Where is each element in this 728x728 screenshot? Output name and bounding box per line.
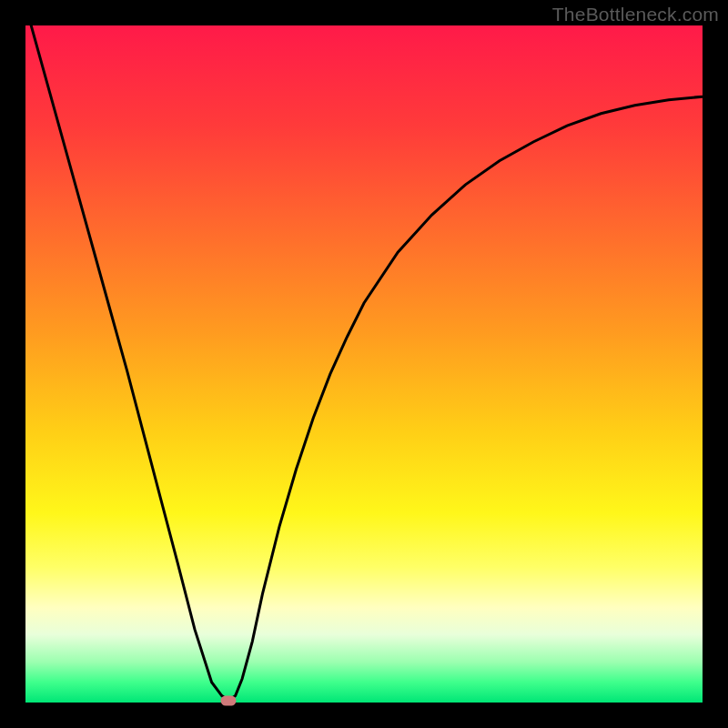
bottleneck-curve (25, 25, 703, 701)
plot-area (25, 25, 703, 703)
watermark-text: TheBottleneck.com (552, 4, 719, 25)
chart-curve-svg (25, 25, 703, 703)
optimal-point-marker (221, 695, 237, 705)
